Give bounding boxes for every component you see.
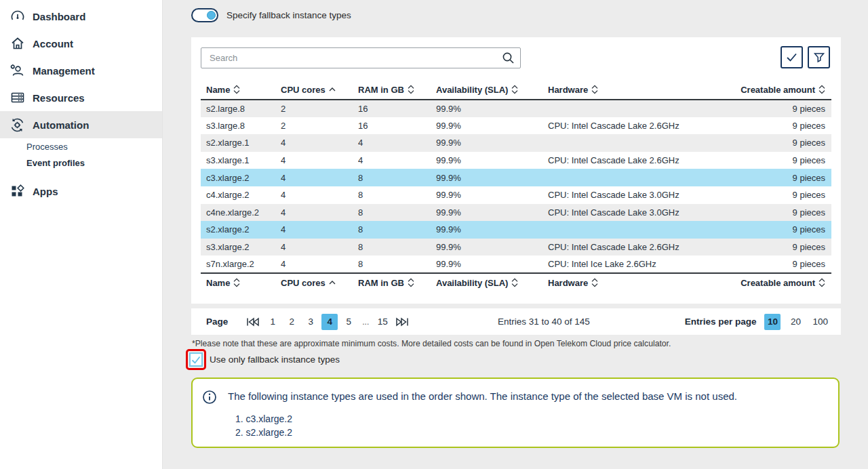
sidebar-item-label: Automation: [33, 119, 89, 131]
cell-cpu: 4: [281, 204, 358, 222]
column-header-cpu-cores[interactable]: CPU cores: [281, 273, 358, 293]
column-label: Creatable amount: [741, 278, 815, 288]
column-label: Name: [206, 85, 230, 95]
table-row[interactable]: c3.xlarge.24899.9%9 pieces: [201, 169, 831, 186]
cell-name: s7n.xlarge.2: [201, 256, 281, 273]
cell-ram: 8: [358, 256, 436, 273]
cell-ram: 8: [358, 204, 436, 222]
toggle-knob: [207, 11, 216, 20]
column-header-creatable-amount[interactable]: Creatable amount: [717, 81, 831, 100]
sidebar-subitem-processes[interactable]: Processes: [0, 138, 162, 155]
filter-button[interactable]: [808, 46, 830, 68]
cell-name: s3.xlarge.1: [201, 152, 281, 169]
page-button-15[interactable]: 15: [374, 314, 391, 330]
toggle-label: Specify fallback instance types: [226, 10, 351, 20]
cell-sla: 99.9%: [436, 169, 548, 186]
home-icon: [9, 36, 25, 52]
column-label: Hardware: [548, 278, 588, 288]
use-fallback-checkbox[interactable]: [189, 352, 203, 367]
search-input[interactable]: [201, 47, 521, 68]
cell-amount: 9 pieces: [717, 239, 831, 256]
cost-note: *Please note that these are approximate …: [192, 339, 671, 348]
column-header-ram-in-gb[interactable]: RAM in GB: [358, 273, 436, 293]
users-icon: [9, 63, 25, 79]
page-button-1[interactable]: 1: [264, 314, 281, 330]
last-page-icon[interactable]: [393, 314, 411, 330]
table-row[interactable]: s2.xlarge.24899.9%9 pieces: [201, 221, 831, 239]
table-row[interactable]: s3.xlarge.24899.9%CPU: Intel Cascade Lak…: [201, 239, 831, 256]
column-header-hardware[interactable]: Hardware: [548, 81, 717, 100]
filter-funnel-icon: [813, 52, 825, 64]
sort-icon: [233, 85, 240, 94]
sort-icon: [408, 278, 414, 287]
sidebar-subitem-event-profiles[interactable]: Event profiles: [0, 155, 162, 171]
confirm-selection-button[interactable]: [781, 46, 803, 68]
cell-ram: 16: [358, 100, 436, 117]
column-header-availability-sla-[interactable]: Availability (SLA): [436, 273, 548, 293]
cell-name: s3.large.8: [201, 117, 281, 135]
cell-ram: 8: [358, 221, 436, 239]
cell-cpu: 4: [281, 221, 358, 239]
per-page-option-100[interactable]: 100: [810, 314, 830, 330]
column-label: CPU cores: [281, 278, 326, 288]
page-button-4[interactable]: 4: [321, 314, 338, 330]
entries-per-page: Entries per page 1020100: [685, 314, 830, 330]
page-label: Page: [206, 317, 228, 327]
first-page-icon[interactable]: [244, 314, 262, 330]
cell-hardware: CPU: Intel Cascade Lake 3.0GHz: [548, 204, 717, 222]
cell-amount: 9 pieces: [717, 221, 831, 239]
info-box: The following instance types are used in…: [191, 378, 840, 448]
table-row[interactable]: s3.xlarge.14499.9%CPU: Intel Cascade Lak…: [201, 152, 831, 169]
sidebar-item-account[interactable]: Account: [0, 30, 162, 57]
sidebar-item-apps[interactable]: Apps: [0, 178, 162, 205]
per-page-option-20[interactable]: 20: [787, 314, 804, 330]
cell-ram: 8: [358, 186, 436, 204]
sidebar-item-automation[interactable]: Automation: [0, 111, 162, 138]
cell-amount: 9 pieces: [717, 256, 831, 273]
specify-fallback-toggle[interactable]: [191, 8, 218, 22]
column-header-name[interactable]: Name: [201, 81, 281, 100]
column-header-name[interactable]: Name: [201, 273, 281, 293]
page-button-5[interactable]: 5: [340, 314, 357, 330]
fallback-order-item: 2. s2.xlarge.2: [235, 426, 292, 439]
use-fallback-label: Use only fallback instance types: [210, 354, 340, 365]
table-row[interactable]: s7n.xlarge.24899.9%CPU: Intel Ice Lake 2…: [201, 256, 831, 273]
per-page-option-10[interactable]: 10: [764, 314, 781, 330]
column-header-creatable-amount[interactable]: Creatable amount: [717, 273, 831, 293]
cell-cpu: 2: [281, 117, 358, 135]
table-row[interactable]: s2.xlarge.14499.9%9 pieces: [201, 134, 831, 152]
column-label: CPU cores: [281, 85, 326, 95]
sidebar-item-management[interactable]: Management: [0, 57, 162, 84]
info-text: The following instance types are used in…: [228, 390, 737, 402]
table-row[interactable]: s2.large.821699.9%9 pieces: [201, 100, 831, 117]
cell-cpu: 2: [281, 100, 358, 117]
column-header-ram-in-gb[interactable]: RAM in GB: [358, 81, 436, 100]
sidebar-item-dashboard[interactable]: Dashboard: [0, 3, 162, 30]
cell-hardware: [548, 134, 717, 152]
table-row[interactable]: c4.xlarge.24899.9%CPU: Intel Cascade Lak…: [201, 186, 831, 204]
fallback-order-item: 1. c3.xlarge.2: [235, 412, 292, 426]
column-label: Creatable amount: [741, 85, 815, 95]
info-icon: [202, 390, 217, 405]
column-header-availability-sla-[interactable]: Availability (SLA): [436, 81, 548, 100]
page-button-2[interactable]: 2: [283, 314, 300, 330]
cell-amount: 9 pieces: [717, 204, 831, 222]
table-row[interactable]: c4ne.xlarge.24899.9%CPU: Intel Cascade L…: [201, 204, 831, 222]
cell-name: s2.xlarge.1: [201, 134, 281, 152]
sidebar-item-label: Resources: [33, 92, 85, 104]
page-button-3[interactable]: 3: [302, 314, 319, 330]
cell-amount: 9 pieces: [717, 117, 831, 135]
table-row[interactable]: s3.large.821699.9%CPU: Intel Cascade Lak…: [201, 117, 831, 135]
cell-name: c4.xlarge.2: [201, 186, 281, 204]
column-header-cpu-cores[interactable]: CPU cores: [281, 81, 358, 100]
cell-hardware: [548, 221, 717, 239]
column-header-hardware[interactable]: Hardware: [548, 273, 717, 293]
table-footer-header-row: Name CPU cores RAM in GB Availability (S…: [201, 273, 831, 293]
cell-sla: 99.9%: [436, 221, 548, 239]
cell-hardware: [548, 100, 717, 117]
sort-icon: [591, 85, 598, 94]
cell-sla: 99.9%: [436, 239, 548, 256]
cell-name: s2.large.8: [201, 100, 281, 117]
cell-sla: 99.9%: [436, 256, 548, 273]
sidebar-item-resources[interactable]: Resources: [0, 84, 162, 111]
